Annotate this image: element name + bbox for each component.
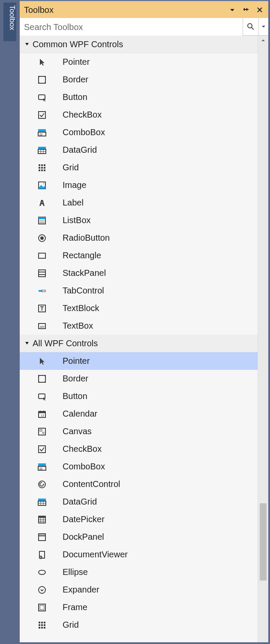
svg-rect-18 <box>39 169 40 171</box>
toolbox-item[interactable]: Border <box>20 71 258 88</box>
button-icon <box>36 91 48 103</box>
svg-rect-60 <box>39 604 45 611</box>
item-label: Label <box>63 198 84 208</box>
scrollbar[interactable] <box>258 36 268 642</box>
label-icon <box>36 197 48 209</box>
svg-point-58 <box>39 570 45 574</box>
scroll-thumb[interactable] <box>260 503 267 581</box>
svg-text:abl: abl <box>40 325 45 329</box>
toolbox-item[interactable]: Image <box>20 176 258 194</box>
datagrid-icon <box>36 496 48 508</box>
toolbox-item[interactable]: DataGrid <box>20 141 258 159</box>
toolbox-item[interactable]: Canvas <box>20 423 258 440</box>
toolbox-item[interactable]: Pointer <box>20 352 258 370</box>
svg-rect-2 <box>38 76 39 77</box>
toolbox-side-tab[interactable]: Toolbox <box>3 3 16 41</box>
contentcontrol-icon <box>36 478 48 490</box>
grid-icon <box>36 162 48 174</box>
toolbox-item[interactable]: ComboBox <box>20 124 258 141</box>
panel-options-icon[interactable] <box>227 5 237 15</box>
svg-rect-43 <box>39 428 45 435</box>
item-label: Grid <box>63 163 79 172</box>
toolbox-item[interactable]: Button <box>20 88 258 106</box>
search-icon[interactable] <box>243 18 259 35</box>
textblock-icon <box>36 302 48 314</box>
item-label: Canvas <box>63 426 92 436</box>
svg-rect-1 <box>39 76 45 83</box>
canvas-icon <box>36 426 48 438</box>
toolbox-item[interactable]: DatePicker <box>20 511 258 528</box>
pin-icon[interactable] <box>241 5 251 15</box>
svg-rect-35 <box>38 375 39 376</box>
toolbox-item[interactable]: ablTextBox <box>20 317 258 335</box>
svg-point-45 <box>42 432 44 434</box>
side-tab-bar: Toolbox <box>0 0 20 644</box>
svg-rect-62 <box>39 622 40 623</box>
datepicker-icon <box>36 514 48 526</box>
toolbox-item[interactable]: Expander <box>20 581 258 599</box>
svg-rect-16 <box>41 167 43 169</box>
toolbox-item[interactable]: DocumentViewer <box>20 546 258 563</box>
svg-rect-41 <box>39 411 45 413</box>
toolbox-item[interactable]: ListBox <box>20 212 258 229</box>
item-label: TextBox <box>63 321 93 331</box>
expand-icon <box>22 341 32 346</box>
toolbox-item[interactable]: CheckBox <box>20 440 258 458</box>
toolbox-item[interactable]: StackPanel <box>20 264 258 282</box>
toolbox-item[interactable]: Ellipse <box>20 563 258 581</box>
scroll-up-icon[interactable] <box>258 36 268 45</box>
search-dropdown-icon[interactable] <box>259 18 268 35</box>
tree-scroll[interactable]: Common WPF ControlsPointerBorderButtonCh… <box>20 36 258 642</box>
toolbox-item[interactable]: Grid <box>20 159 258 176</box>
svg-rect-8 <box>38 129 46 132</box>
toolbox-item[interactable]: Button <box>20 387 258 405</box>
svg-rect-34 <box>39 375 45 382</box>
toolbox-item[interactable]: Grid <box>20 616 258 634</box>
svg-rect-69 <box>41 627 43 629</box>
svg-rect-20 <box>44 169 45 171</box>
item-label: DataGrid <box>63 497 97 507</box>
toolbox-item[interactable]: Label <box>20 194 258 212</box>
app-shell: Toolbox Toolbox Common WP <box>0 0 270 644</box>
toolbox-item[interactable]: ComboBox <box>20 458 258 475</box>
toolbox-item[interactable]: TabControl <box>20 282 258 299</box>
svg-rect-36 <box>45 375 46 376</box>
checkbox-icon <box>36 109 48 121</box>
toolbox-item[interactable]: CheckBox <box>20 106 258 124</box>
panel-title-bar: Toolbox <box>20 2 268 18</box>
svg-rect-4 <box>38 82 39 84</box>
svg-rect-19 <box>41 169 43 171</box>
item-label: Border <box>63 374 88 384</box>
svg-rect-29 <box>39 290 42 292</box>
toolbox-item[interactable]: 12Calendar <box>20 405 258 423</box>
toolbox-item[interactable]: TextBlock <box>20 299 258 317</box>
rectangle-icon <box>36 250 48 262</box>
toolbox-item[interactable]: DockPanel <box>20 528 258 546</box>
toolbox-item[interactable]: ContentControl <box>20 475 258 493</box>
group-header[interactable]: Common WPF Controls <box>20 36 258 53</box>
search-input[interactable] <box>20 18 243 36</box>
item-label: Rectangle <box>63 251 101 260</box>
dockpanel-icon <box>36 531 48 543</box>
svg-rect-30 <box>42 290 45 292</box>
svg-rect-64 <box>44 622 45 623</box>
svg-rect-66 <box>41 624 43 626</box>
svg-rect-17 <box>44 167 45 169</box>
svg-rect-63 <box>41 622 43 623</box>
toolbox-item[interactable]: Pointer <box>20 53 258 71</box>
item-label: CheckBox <box>63 444 102 454</box>
toolbox-item[interactable]: RadioButton <box>20 229 258 247</box>
toolbox-item[interactable]: Border <box>20 370 258 387</box>
svg-rect-38 <box>45 381 46 383</box>
item-label: StackPanel <box>63 268 106 278</box>
svg-rect-28 <box>39 270 45 277</box>
radiobutton-icon <box>36 232 48 244</box>
toolbox-item[interactable]: Rectangle <box>20 247 258 264</box>
item-label: CheckBox <box>63 110 102 120</box>
toolbox-item[interactable]: Frame <box>20 599 258 616</box>
item-label: Grid <box>63 620 79 630</box>
close-icon[interactable] <box>255 5 265 15</box>
group-header[interactable]: All WPF Controls <box>20 335 258 352</box>
toolbox-item[interactable]: DataGrid <box>20 493 258 511</box>
expander-icon <box>36 584 48 596</box>
